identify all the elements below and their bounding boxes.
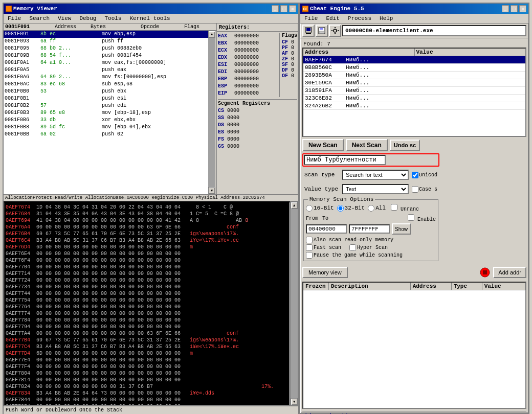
unranged-checkbox[interactable] [391, 204, 397, 211]
computer-icon-btn[interactable] [302, 25, 315, 37]
svg-rect-8 [335, 27, 336, 28]
menu-tools[interactable]: Tools [102, 15, 123, 22]
table-row[interactable]: 0081F0B633 dbxor ebx,ebx [4, 117, 208, 124]
scroll-up-disasm[interactable]: ▲ [208, 31, 215, 38]
ce-maximize-button[interactable]: □ [511, 5, 518, 12]
to-input[interactable] [349, 224, 390, 234]
unicode-checkbox[interactable] [412, 172, 418, 178]
col-value-header: Value [415, 49, 526, 56]
value-type-select[interactable]: Text Byte 2 Bytes 4 Bytes 8 Bytes Float … [342, 184, 409, 194]
hex-line: 0AEF7674 1D 04 38 04 3C 04 31 04 20 00 2… [6, 204, 288, 211]
scroll-track-disasm[interactable] [208, 38, 215, 187]
svg-rect-9 [335, 33, 336, 34]
scroll-down-disasm[interactable]: ▼ [208, 187, 215, 194]
hex-line: 0AEF76E4 00 00 00 00 00 00 00 00 00 00 0… [6, 250, 288, 257]
from-label: From [306, 216, 320, 221]
table-row[interactable]: 0081F0A664 89 2...mov fs:[00000000],esp [4, 74, 208, 81]
table-row[interactable]: 0081F0B1push esi [4, 95, 208, 102]
disasm-row-selected[interactable]: 0081F091 8b ec mov ebp,esp [4, 31, 208, 38]
scan-type-select[interactable]: Search for text Exact Value Bigger than.… [342, 170, 409, 180]
segment-registers-title: Segment Registers [218, 101, 297, 106]
col-address: Address [55, 24, 76, 30]
scroll-track-hex[interactable] [291, 209, 298, 398]
svg-rect-2 [307, 32, 310, 33]
hex-line: 0AEF77B4 69 67 73 5C 77 65 61 70 6F 6E 7… [6, 337, 288, 343]
registers-title: Registers: [217, 24, 298, 32]
table-row[interactable]: 0081F0BB6a 02push 02 [4, 131, 208, 138]
show-button[interactable]: Show [392, 223, 411, 235]
menu-debug[interactable]: Debug [77, 15, 98, 22]
table-row[interactable]: 0081F0B889 5d fcmov [ebp-04],ebx [4, 124, 208, 131]
table-row[interactable]: 0081F09568 b0 2...push 00882eb0 [4, 45, 208, 52]
ce-close-button[interactable]: × [519, 5, 526, 12]
menu-search[interactable]: Search [27, 15, 52, 22]
memory-viewer-window: Memory Viewer _ □ × File Search View Deb… [3, 3, 299, 414]
list-item[interactable]: 318591FAНимб... [303, 87, 525, 95]
new-scan-button[interactable]: New Scan [302, 139, 344, 151]
all-radio[interactable] [368, 205, 374, 212]
undo-scan-button[interactable]: Undo sc [390, 140, 420, 151]
pause-checkbox[interactable] [306, 252, 313, 259]
addr-row-selected[interactable]: 0AEF7674 Нимб... [303, 56, 525, 64]
search-input[interactable] [304, 155, 386, 165]
table-row[interactable]: 0081F0AC83 ec 68sub esp,68 [4, 81, 208, 88]
search-highlight-box [302, 153, 439, 167]
hex-line: 0AEF76B4 69 67 73 5C 77 65 61 70 6F 6E 7… [6, 231, 288, 237]
enable-checkbox[interactable] [408, 214, 414, 221]
ce-menu-help[interactable]: Help [378, 15, 395, 22]
close-button[interactable]: × [289, 5, 296, 12]
scroll-up-hex[interactable]: ▲ [291, 202, 298, 209]
stop-icon[interactable] [479, 266, 491, 279]
from-input[interactable] [306, 224, 347, 234]
table-row[interactable]: 0081F09B68 54 f...push 0081f454 [4, 52, 208, 59]
fast-scan-label: Fast scan [314, 245, 341, 250]
menu-kernel-tools[interactable]: Kernel tools [127, 15, 172, 22]
also-scan-checkbox[interactable] [306, 237, 313, 243]
hex-line: 0AEF7734 00 00 00 00 00 00 00 00 00 00 0… [6, 284, 288, 290]
ce-minimize-button[interactable]: _ [502, 5, 509, 12]
case-checkbox[interactable] [412, 186, 418, 193]
list-item[interactable]: 323C6E82Нимб... [303, 95, 525, 102]
table-row[interactable]: 0081F0B053push ebx [4, 88, 208, 95]
list-item[interactable]: 0B8B560CНимб... [303, 64, 525, 72]
memory-view-button[interactable]: Memory view [302, 267, 348, 278]
table-row[interactable]: 0081F0936a ffpush ff [4, 38, 208, 45]
table-row[interactable]: 0081F0A164 a1 0...mov eax,fs:[00000000] [4, 59, 208, 66]
16bit-label: 16-Bit [314, 205, 334, 211]
menu-file[interactable]: File [6, 15, 23, 22]
menu-view[interactable]: View [56, 15, 73, 22]
list-item[interactable]: 324A26B2Нимб... [303, 102, 525, 110]
minimize-button[interactable]: _ [272, 5, 279, 12]
ce-menu-file[interactable]: File [302, 15, 320, 22]
svg-rect-13 [483, 270, 487, 274]
hyper-scan-checkbox[interactable] [349, 244, 356, 251]
hex-line: 0AEF7724 00 00 00 00 00 00 00 00 00 00 0… [6, 277, 288, 284]
disassembly-area: 0081F091 8b ec mov ebp,esp 0081F0936a ff… [4, 31, 208, 194]
hex-line: 0AEF77E4 00 00 00 00 00 00 00 00 00 00 0… [6, 357, 288, 363]
16bit-radio[interactable] [306, 205, 313, 212]
address-bar: 0081F091 [5, 24, 30, 30]
fast-scan-checkbox[interactable] [306, 244, 313, 251]
maximize-button[interactable]: □ [280, 5, 287, 12]
add-address-button[interactable]: Add addr [493, 267, 526, 278]
ce-menu-edit[interactable]: Edit [324, 15, 341, 22]
list-item[interactable]: 30E159CAНимб... [303, 79, 525, 87]
next-scan-button[interactable]: Next Scan [346, 139, 388, 151]
ce-title: Cheat Engine 5.5 [310, 6, 364, 12]
hex-line: 0AEF76F4 00 00 00 00 00 00 00 00 00 00 0… [6, 257, 288, 264]
col-bytes: Bytes [91, 24, 106, 30]
table-row[interactable]: 0081F0A5push eax [4, 66, 208, 74]
table-row[interactable]: 0081F0B257push edi [4, 102, 208, 109]
ce-menu-process[interactable]: Process [346, 15, 373, 22]
pause-label: Pause the game while scanning [314, 252, 403, 258]
hex-line: 0AEF7834 B3 A4 B8 AB 2E 64 64 73 00 00 0… [6, 390, 288, 397]
table-row[interactable]: 0081F0B389 65 e8mov [ebp-18],esp [4, 109, 208, 117]
col-value: Value [482, 283, 525, 290]
hex-line: 0AEF7854 00 00 00 00 00 00 00 00 00 00 0… [6, 403, 288, 406]
address-list[interactable]: Address Value 0AEF7674 Нимб... 0B8B560CН… [302, 48, 526, 137]
floppy-icon-btn[interactable] [316, 25, 328, 37]
32bit-radio[interactable] [337, 205, 344, 212]
settings-icon-btn[interactable] [329, 25, 341, 37]
scroll-down-hex[interactable]: ▼ [291, 398, 298, 405]
list-item[interactable]: 2893B50AНимб... [303, 72, 525, 79]
